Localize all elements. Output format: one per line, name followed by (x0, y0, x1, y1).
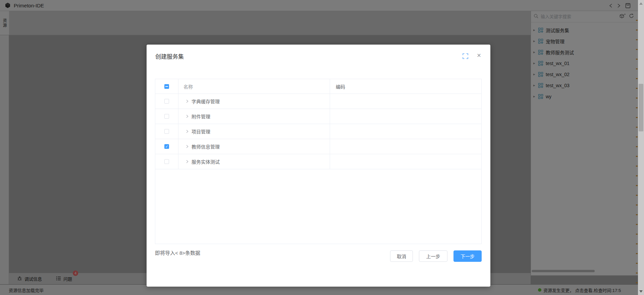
cancel-button[interactable]: 取消 (390, 250, 413, 262)
table-empty-area (155, 169, 481, 244)
next-step-button[interactable]: 下一步 (453, 250, 482, 262)
row-chevron-icon[interactable] (185, 114, 189, 118)
select-all-checkbox[interactable] (164, 84, 169, 89)
import-selection-table: 名称 编码 字典缓存管理 附件管理 (155, 79, 482, 244)
row-checkbox-checked[interactable]: ✓ (164, 144, 169, 149)
table-row[interactable]: ✓ 教师信息管理 (155, 139, 481, 154)
import-summary: 即将导入< 8>条数据 (155, 249, 200, 256)
scroll-up-arrow-icon[interactable] (639, 2, 643, 5)
scrollbar-thumb[interactable] (639, 84, 643, 131)
table-header-row: 名称 编码 (155, 79, 481, 94)
row-chevron-icon[interactable] (185, 144, 189, 149)
column-header-code: 编码 (336, 83, 345, 90)
fullscreen-icon[interactable] (463, 53, 468, 60)
close-icon[interactable]: ✕ (475, 52, 483, 59)
page-scrollbar[interactable] (638, 0, 644, 295)
create-service-set-dialog: 创建服务集 ✕ 名称 编码 字典缓存管理 (147, 45, 490, 287)
previous-step-button[interactable]: 上一步 (419, 250, 447, 262)
dialog-title: 创建服务集 (155, 52, 184, 60)
scroll-down-arrow-icon[interactable] (639, 290, 643, 293)
row-chevron-icon[interactable] (185, 99, 189, 103)
column-header-name: 名称 (178, 83, 193, 90)
row-chevron-icon[interactable] (185, 160, 189, 164)
row-checkbox[interactable] (164, 99, 169, 104)
row-checkbox[interactable] (164, 114, 169, 119)
row-checkbox[interactable] (164, 129, 169, 134)
ide-window: Primeton-IDE 资源 调试信息 问题 4 资源信息加载完毕 资源发生变… (0, 0, 644, 295)
table-row[interactable]: 附件管理 (155, 109, 481, 124)
table-row[interactable]: 字典缓存管理 (155, 94, 481, 109)
table-row[interactable]: 服务实体测试 (155, 154, 481, 169)
row-checkbox[interactable] (164, 159, 169, 164)
table-row[interactable]: 项目管理 (155, 124, 481, 139)
row-chevron-icon[interactable] (185, 129, 189, 133)
